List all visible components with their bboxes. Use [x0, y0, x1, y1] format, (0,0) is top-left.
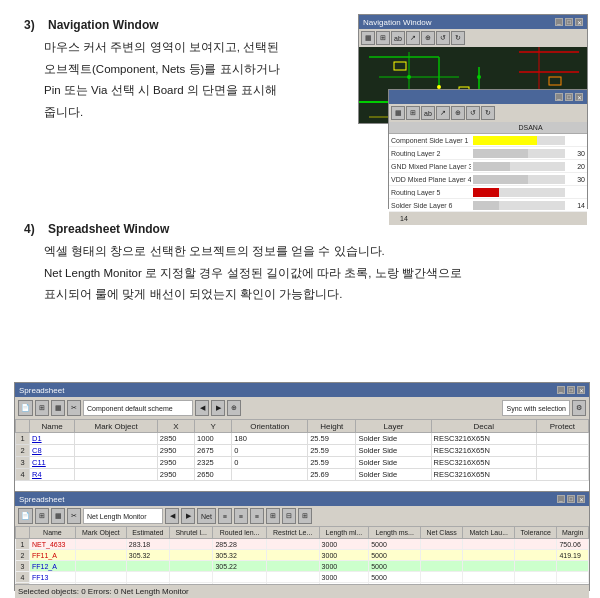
nlm-row-2-name: FF11_A [30, 550, 76, 561]
layer-row-1: Component Side Layer 1 [389, 134, 587, 147]
nlm-row-1-shruted [169, 539, 213, 550]
nav2-tool-2[interactable]: ⊞ [406, 106, 420, 120]
nlm-col-netclass[interactable]: Net Class [421, 527, 463, 539]
nlm-col-routed[interactable]: Routed len... [213, 527, 266, 539]
row-2-protect [536, 445, 588, 457]
spreadsheet-area: Spreadsheet _ □ ✕ 📄 ⊞ ▦ ✂ Component defa… [14, 382, 590, 592]
nlm-row-4-netclass [421, 572, 463, 583]
ss-col-protect[interactable]: Protect [536, 420, 588, 433]
nav-maximize-icon[interactable]: □ [565, 18, 573, 26]
nlm-tool-1[interactable]: 📄 [18, 508, 33, 524]
nlm-col-margin[interactable]: Margin [557, 527, 589, 539]
nav2-tool-3[interactable]: ab [421, 106, 435, 120]
row-4-decal: RESC3216X65N [431, 469, 536, 481]
nlm-title-label[interactable]: Net Length Monitor [83, 508, 163, 524]
nlm-close[interactable]: ✕ [577, 495, 585, 503]
row-3-name: C11 [30, 457, 75, 469]
ss-col-orient[interactable]: Orientation [232, 420, 308, 433]
nlm-tool-3[interactable]: ▦ [51, 508, 65, 524]
ss-col-height[interactable]: Height [308, 420, 356, 433]
nlm-maximize[interactable]: □ [567, 495, 575, 503]
row-3-y: 2325 [195, 457, 232, 469]
ss-tool-1[interactable]: 📄 [18, 400, 33, 416]
ss-col-name[interactable]: Name [30, 420, 75, 433]
nav-close-icon[interactable]: ✕ [575, 18, 583, 26]
section-4-body: 엑셀 형태의 창으로 선택한 오브젝트의 정보를 얻을 수 있습니다. Net … [44, 242, 576, 305]
nav-tool-5[interactable]: ⊕ [421, 31, 435, 45]
nav-tool-4[interactable]: ↗ [406, 31, 420, 45]
nlm-col-mark[interactable]: Mark Object [75, 527, 126, 539]
nlm-row-3-lenms: 5000 [369, 561, 421, 572]
ss-tool-arrow-right[interactable]: ▶ [211, 400, 225, 416]
ss-tool-2[interactable]: ⊞ [35, 400, 49, 416]
nav-tool-7[interactable]: ↻ [451, 31, 465, 45]
svg-point-19 [477, 75, 481, 79]
row-2-height: 25.59 [308, 445, 356, 457]
nlm-tool-net[interactable]: Net [197, 508, 216, 524]
nlm-row-2-restrict [266, 550, 319, 561]
nlm-tool-8[interactable]: ⊞ [266, 508, 280, 524]
nlm-col-shruted[interactable]: Shrutel l... [169, 527, 213, 539]
nlm-row-4-name: FF13 [30, 572, 76, 583]
ss-tool-arrow-left[interactable]: ◀ [195, 400, 209, 416]
layer-1-bar-container [473, 136, 565, 145]
ss-scheme-dropdown[interactable]: Component default scheme [83, 400, 193, 416]
nav-minimize-icon[interactable]: _ [555, 18, 563, 26]
nlm-col-lenms[interactable]: Length ms... [369, 527, 421, 539]
nlm-tool-7[interactable]: ≡ [250, 508, 264, 524]
nav2-maximize[interactable]: □ [565, 93, 573, 101]
ss-tool-4[interactable]: ✂ [67, 400, 81, 416]
ss-tool-5[interactable]: ⊕ [227, 400, 241, 416]
row-4-x: 2950 [157, 469, 194, 481]
ss-maximize[interactable]: □ [567, 386, 575, 394]
ss-col-layer[interactable]: Layer [356, 420, 431, 433]
nlm-tool-2[interactable]: ⊞ [35, 508, 49, 524]
ss-table-container[interactable]: Name Mark Object X Y Orientation Height … [15, 419, 589, 481]
nlm-tool-4[interactable]: ✂ [67, 508, 81, 524]
ss-col-mark[interactable]: Mark Object [75, 420, 158, 433]
nav-tool-6[interactable]: ↺ [436, 31, 450, 45]
nlm-arrow-right[interactable]: ▶ [181, 508, 195, 524]
nav2-tool-1[interactable]: ▦ [391, 106, 405, 120]
ss-col-decal[interactable]: Decal [431, 420, 536, 433]
nav-toolbar: ▦ ⊞ ab ↗ ⊕ ↺ ↻ [359, 29, 587, 47]
nlm-row-1-match [463, 539, 515, 550]
nav2-tool-4[interactable]: ↗ [436, 106, 450, 120]
nlm-table-container[interactable]: Name Mark Object Estimated Shrutel l... … [15, 526, 589, 584]
nlm-arrow-left[interactable]: ◀ [165, 508, 179, 524]
nav2-tool-6[interactable]: ↺ [466, 106, 480, 120]
nlm-col-restrict[interactable]: Restrict Le... [266, 527, 319, 539]
nlm-col-match[interactable]: Match Lau... [463, 527, 515, 539]
nlm-row-2-lenml: 3000 [319, 550, 369, 561]
nav-tool-3[interactable]: ab [391, 31, 405, 45]
nlm-col-lenml[interactable]: Length ml... [319, 527, 369, 539]
layer-4-bar [473, 175, 528, 184]
layer-3-bar-container [473, 162, 565, 171]
ss-col-y[interactable]: Y [195, 420, 232, 433]
nlm-col-name[interactable]: Name [30, 527, 76, 539]
ss-col-x[interactable]: X [157, 420, 194, 433]
ss-close[interactable]: ✕ [577, 386, 585, 394]
nlm-col-tol[interactable]: Tolerance [515, 527, 557, 539]
nlm-row-3-match [463, 561, 515, 572]
nlm-row-1-tol [515, 539, 557, 550]
ss-minimize[interactable]: _ [557, 386, 565, 394]
nlm-tool-5[interactable]: ≡ [218, 508, 232, 524]
row-1-x: 2850 [157, 433, 194, 445]
nav2-tool-7[interactable]: ↻ [481, 106, 495, 120]
nav2-close[interactable]: ✕ [575, 93, 583, 101]
nav2-minimize[interactable]: _ [555, 93, 563, 101]
row-1-mark [75, 433, 158, 445]
nlm-tool-9[interactable]: ⊟ [282, 508, 296, 524]
nav-tool-2[interactable]: ⊞ [376, 31, 390, 45]
nlm-col-est[interactable]: Estimated [126, 527, 169, 539]
nav-tool-1[interactable]: ▦ [361, 31, 375, 45]
ss-tool-6[interactable]: ⚙ [572, 400, 586, 416]
ss-sync-btn[interactable]: Sync with selection [502, 400, 570, 416]
ss-tool-3[interactable]: ▦ [51, 400, 65, 416]
nav2-tool-5[interactable]: ⊕ [451, 106, 465, 120]
nlm-minimize[interactable]: _ [557, 495, 565, 503]
nlm-titlebar: Spreadsheet _ □ ✕ [15, 492, 589, 506]
nlm-tool-10[interactable]: ⊞ [298, 508, 312, 524]
nlm-tool-6[interactable]: ≡ [234, 508, 248, 524]
